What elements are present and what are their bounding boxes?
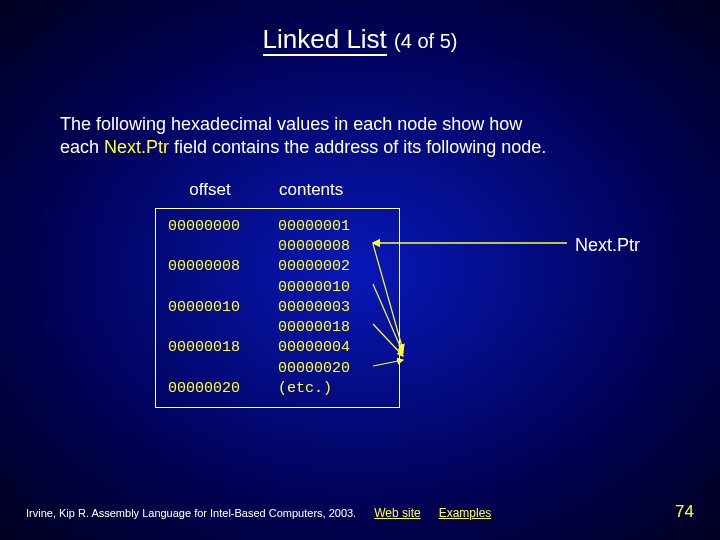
title-main: Linked List (263, 24, 387, 56)
body-line1: The following hexadecimal values in each… (60, 114, 522, 134)
link-examples[interactable]: Examples (439, 506, 492, 520)
title-sub: (4 of 5) (394, 30, 457, 52)
body-line2a: each (60, 137, 104, 157)
table-row: 00000018 (168, 318, 387, 338)
header-offset: offset (155, 180, 265, 200)
table-row: 00000020(etc.) (168, 379, 387, 399)
table-row: 00000010 (168, 278, 387, 298)
footer-links: Web site Examples (374, 506, 491, 520)
body-paragraph: The following hexadecimal values in each… (60, 113, 660, 160)
slide-footer: Irvine, Kip R. Assembly Language for Int… (0, 502, 720, 522)
header-contents: contents (265, 180, 365, 200)
link-web-site[interactable]: Web site (374, 506, 420, 520)
table-row: 00000008 (168, 237, 387, 257)
nextptr-label: Next.Ptr (575, 235, 640, 256)
body-line2b: field contains the address of its follow… (169, 137, 546, 157)
column-headers: offset contents (155, 180, 575, 200)
table-row: 0000000800000002 (168, 257, 387, 277)
citation: Irvine, Kip R. Assembly Language for Int… (26, 507, 356, 519)
page-number: 74 (675, 502, 694, 522)
table-row: 0000000000000001 (168, 217, 387, 237)
memory-dump-table: offset contents 0000000000000001 0000000… (155, 180, 575, 408)
table-row: 0000001000000003 (168, 298, 387, 318)
data-box: 0000000000000001 00000008 00000008000000… (155, 208, 400, 408)
slide-title: Linked List (4 of 5) (0, 0, 720, 55)
nextptr-term: Next.Ptr (104, 137, 169, 157)
table-row: 00000020 (168, 359, 387, 379)
table-row: 0000001800000004 (168, 338, 387, 358)
